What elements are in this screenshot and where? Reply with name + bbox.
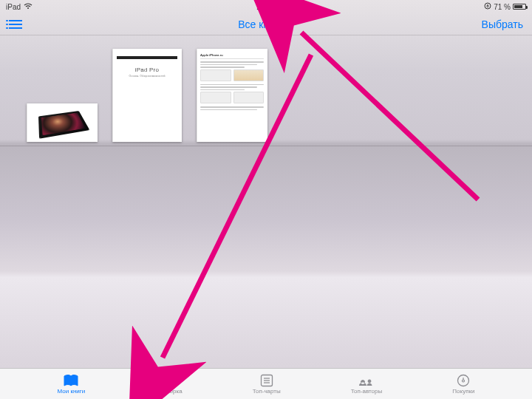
app-screen: iPad 14:04 71 % Все книги ▼ Выбрать xyxy=(0,0,532,399)
tab-label: Топ-чарты xyxy=(253,388,281,395)
book-item[interactable]: Apple iPhone.ru xyxy=(197,49,267,142)
bookshelf: iPad Pro Основы. Обзор возможностей Appl… xyxy=(0,35,532,146)
book-preview-row xyxy=(200,69,264,81)
orientation-lock-icon xyxy=(484,2,491,11)
book-header: Apple iPhone.ru xyxy=(200,52,264,59)
chevron-down-icon: ▼ xyxy=(287,21,294,28)
tab-label: Подборка xyxy=(155,388,182,395)
tab-top-authors[interactable]: Топ-авторы xyxy=(351,374,382,395)
list-view-button[interactable] xyxy=(9,20,22,29)
nav-bar: Все книги ▼ Выбрать xyxy=(0,13,532,35)
book-item[interactable] xyxy=(27,103,98,142)
tab-label: Покупки xyxy=(452,388,474,395)
book-item[interactable]: iPad Pro Основы. Обзор возможностей xyxy=(112,49,182,142)
select-button[interactable]: Выбрать xyxy=(482,18,523,30)
book-subtitle: Основы. Обзор возможностей xyxy=(129,75,166,78)
book-preview-lines xyxy=(200,61,264,69)
star-icon xyxy=(161,374,176,387)
tab-top-charts[interactable]: Топ-чарты xyxy=(253,374,281,395)
book-title: iPad Pro xyxy=(135,66,159,73)
book-preview-lines xyxy=(200,84,264,92)
book-cover-art xyxy=(38,111,89,139)
status-bar: iPad 14:04 71 % xyxy=(0,0,532,13)
battery-icon xyxy=(513,4,526,10)
tab-purchased[interactable]: Покупки xyxy=(452,374,474,395)
list-icon xyxy=(9,20,22,29)
purchased-icon xyxy=(457,374,470,387)
device-label: iPad xyxy=(6,3,21,11)
book-preview-lines xyxy=(200,106,264,112)
select-button-label: Выбрать xyxy=(482,18,523,30)
status-left: iPad xyxy=(6,3,33,11)
tab-label: Мои книги xyxy=(58,388,86,395)
collection-dropdown[interactable]: Все книги ▼ xyxy=(238,18,294,30)
book-preview-row xyxy=(200,92,264,103)
collection-dropdown-label: Все книги xyxy=(238,18,284,30)
book-cover-bar xyxy=(117,56,177,59)
tab-label: Топ-авторы xyxy=(351,388,382,395)
people-icon xyxy=(358,374,375,387)
list-numbered-icon xyxy=(260,374,273,387)
status-right: 71 % xyxy=(484,2,526,11)
book-open-icon xyxy=(63,374,79,387)
tab-my-books[interactable]: Мои книги xyxy=(58,374,86,395)
tab-bar: Мои книги Подборка Топ-чарты Топ-авторы … xyxy=(0,368,532,399)
svg-point-0 xyxy=(27,7,29,9)
tab-featured[interactable]: Подборка xyxy=(155,374,182,395)
svg-point-1 xyxy=(485,3,491,9)
clock: 14:04 xyxy=(256,3,276,11)
svg-point-6 xyxy=(458,375,469,386)
wifi-icon xyxy=(24,3,33,11)
battery-percent: 71 % xyxy=(494,3,511,11)
